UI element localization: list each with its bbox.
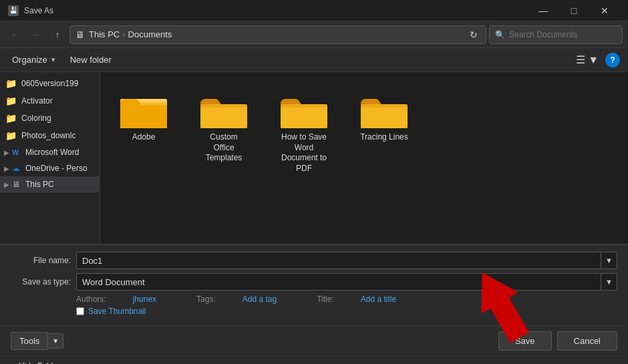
content-area: 📁 0605version199 📁 Activator 📁 Coloring … — [0, 72, 628, 244]
up-button[interactable]: ↑ — [48, 25, 67, 44]
folder-label: Adobe — [132, 132, 156, 143]
save-thumbnail-label[interactable]: Save Thumbnail — [88, 307, 146, 316]
hide-folders-bar: ▲ Hide Folders — [0, 356, 628, 364]
save-as-type-input[interactable] — [77, 274, 601, 290]
new-folder-label: New folder — [70, 55, 112, 65]
authors-label: Authors: — [76, 295, 106, 304]
form-area: File name: ▼ Save as type: ▼ Authors: jh… — [0, 244, 628, 325]
title-bar: 💾 Save As — □ ✕ — [0, 0, 628, 21]
organize-button[interactable]: Organize ▼ — [8, 52, 61, 67]
tools-dropdown-button[interactable]: ▼ — [48, 333, 63, 349]
title-label: Title: — [317, 295, 334, 304]
save-as-type-dropdown[interactable]: ▼ — [601, 274, 617, 290]
cloud-icon: ☁ — [12, 164, 24, 173]
search-box[interactable]: 🔍 — [489, 25, 623, 44]
sidebar-item-microsoft-word[interactable]: ▶ W Microsoft Word — [0, 144, 100, 160]
sidebar-item-coloring[interactable]: 📁 Coloring — [0, 110, 100, 127]
file-area: Adobe Custom Office Templates How to S — [100, 72, 628, 244]
file-name-row: File name: ▼ — [11, 252, 617, 269]
sidebar: 📁 0605version199 📁 Activator 📁 Coloring … — [0, 72, 100, 244]
file-name-input[interactable] — [77, 252, 601, 268]
expand-button[interactable]: ▶ — [3, 181, 11, 188]
save-as-type-container: ▼ — [76, 273, 617, 291]
pc-icon: 🖥 — [12, 180, 24, 189]
folder-icon-svg — [281, 91, 327, 128]
thumbnail-row: Save Thumbnail — [76, 307, 617, 316]
address-bar-pc-icon: 🖥 — [75, 29, 85, 40]
save-thumbnail-checkbox[interactable] — [76, 307, 84, 315]
nav-bar: ← → ↑ 🖥 This PC › Documents ↻ 🔍 — [0, 21, 628, 48]
folder-icon: 📁 — [5, 78, 17, 89]
minimize-button[interactable]: — — [528, 0, 559, 21]
sidebar-item-onedrive[interactable]: ▶ ☁ OneDrive - Perso — [0, 160, 100, 176]
organize-label: Organize — [12, 55, 47, 65]
save-button[interactable]: Save — [498, 331, 552, 351]
meta-row: Authors: jhunex Tags: Add a tag Title: A… — [76, 295, 617, 304]
file-name-label: File name: — [11, 256, 71, 265]
tools-button[interactable]: Tools — [11, 332, 48, 350]
word-icon: W — [12, 148, 24, 156]
sidebar-item-photos[interactable]: 📁 Photos_downlc — [0, 127, 100, 144]
buttons-bar: Tools ▼ Save Cancel — [0, 325, 628, 356]
folder-item-how-to-save[interactable]: How to Save Word Document to PDF — [274, 85, 334, 179]
view-options-button[interactable]: ☰ ▼ — [572, 51, 603, 68]
refresh-button[interactable]: ↻ — [467, 28, 480, 41]
toolbar-right: ☰ ▼ ? — [572, 51, 620, 68]
organize-chevron: ▼ — [50, 56, 57, 63]
back-button[interactable]: ← — [5, 25, 24, 44]
close-button[interactable]: ✕ — [589, 0, 620, 21]
folder-icon-svg — [200, 91, 247, 128]
sidebar-label: Activator — [21, 96, 53, 106]
save-as-type-row: Save as type: ▼ — [11, 273, 617, 291]
folder-label: Custom Office Templates — [199, 132, 249, 164]
sidebar-label: 0605version199 — [21, 79, 78, 88]
folder-item-adobe[interactable]: Adobe — [114, 85, 174, 179]
folder-label: How to Save Word Document to PDF — [279, 132, 329, 174]
folder-icon-svg — [361, 91, 408, 128]
sidebar-item-this-pc[interactable]: ▶ 🖥 This PC — [0, 176, 100, 192]
tools-group: Tools ▼ — [11, 332, 63, 350]
svg-rect-5 — [281, 104, 327, 128]
address-bar[interactable]: 🖥 This PC › Documents ↻ — [69, 25, 486, 44]
folder-item-tracing-lines[interactable]: Tracing Lines — [354, 85, 414, 179]
svg-rect-6 — [281, 104, 327, 108]
path-this-pc: This PC — [89, 29, 120, 39]
folder-icon: 📁 — [5, 96, 17, 106]
svg-rect-3 — [200, 104, 247, 128]
folder-item-custom-office[interactable]: Custom Office Templates — [194, 85, 254, 179]
search-input[interactable] — [509, 30, 617, 39]
svg-rect-7 — [361, 104, 408, 128]
title-bar-icon: 💾 — [8, 5, 19, 16]
sidebar-label: Microsoft Word — [25, 148, 79, 157]
title-bar-title: Save As — [24, 6, 528, 15]
expand-button[interactable]: ▶ — [3, 165, 11, 172]
svg-rect-8 — [361, 104, 408, 108]
sidebar-label: This PC — [25, 180, 54, 189]
save-as-type-label: Save as type: — [11, 277, 71, 287]
folder-icon: 📁 — [5, 113, 17, 124]
folder-icon: 📁 — [5, 130, 17, 141]
expand-button[interactable]: ▶ — [3, 149, 11, 156]
sidebar-item-0605version199[interactable]: 📁 0605version199 — [0, 75, 100, 92]
sidebar-label: OneDrive - Perso — [25, 164, 88, 173]
svg-rect-4 — [200, 104, 247, 108]
authors-value[interactable]: jhunex — [133, 295, 156, 304]
title-value[interactable]: Add a title — [361, 295, 396, 304]
help-button[interactable]: ? — [605, 53, 620, 67]
forward-button[interactable]: → — [27, 25, 45, 44]
tags-value[interactable]: Add a tag — [243, 295, 277, 304]
sidebar-label: Coloring — [21, 114, 51, 123]
tags-label: Tags: — [196, 295, 216, 304]
toolbar: Organize ▼ New folder ☰ ▼ ? — [0, 48, 628, 72]
file-name-dropdown[interactable]: ▼ — [601, 252, 617, 268]
folder-label: Tracing Lines — [360, 132, 408, 143]
new-folder-button[interactable]: New folder — [66, 52, 116, 67]
hide-folders-label: Hide Folders — [19, 361, 64, 365]
title-bar-controls: — □ ✕ — [528, 0, 620, 21]
hide-folders-icon: ▲ — [8, 361, 16, 365]
maximize-button[interactable]: □ — [559, 0, 589, 21]
sidebar-label: Photos_downlc — [21, 131, 75, 140]
sidebar-item-activator[interactable]: 📁 Activator — [0, 92, 100, 110]
cancel-button[interactable]: Cancel — [557, 331, 617, 351]
hide-folders-button[interactable]: ▲ Hide Folders — [8, 361, 64, 365]
